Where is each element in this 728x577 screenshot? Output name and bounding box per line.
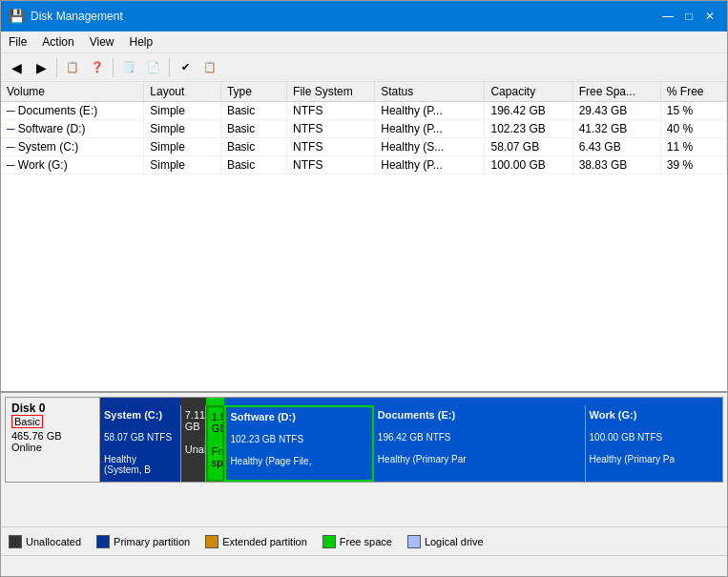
partition-unallocated[interactable]: 7.11 GBUnallocated	[181, 405, 206, 482]
disk-name: Disk 0	[11, 402, 94, 415]
color-bar-documents	[374, 398, 586, 405]
cell-volume: ─ System (C:)	[1, 138, 144, 156]
menu-bar: File Action View Help	[1, 31, 727, 53]
cell-fileSystem: NTFS	[287, 156, 375, 175]
partition-documents[interactable]: Documents (E:)196.42 GB NTFSHealthy (Pri…	[374, 405, 586, 482]
legend-label-extended: Extended partition	[222, 536, 307, 547]
cell-fileSystem: NTFS	[287, 102, 375, 120]
cell-layout: Simple	[144, 156, 221, 175]
cell-layout: Simple	[144, 138, 221, 156]
toolbar-btn-7[interactable]: ✔	[174, 56, 197, 79]
cell-type: Basic	[220, 138, 286, 156]
title-controls: — □ ✕	[658, 7, 719, 26]
col-type[interactable]: Type	[220, 82, 286, 102]
table-row[interactable]: ─ Documents (E:)SimpleBasicNTFSHealthy (…	[1, 102, 727, 120]
col-volume[interactable]: Volume	[1, 82, 144, 102]
legend-freespace: Free space	[322, 535, 392, 548]
color-bar	[100, 398, 722, 405]
menu-help[interactable]: Help	[122, 33, 161, 51]
menu-view[interactable]: View	[82, 33, 122, 51]
disk-type: Basic	[11, 415, 43, 428]
cell-fileSystem: NTFS	[287, 138, 375, 156]
toolbar-sep-1	[56, 58, 57, 77]
cell-type: Basic	[220, 102, 286, 120]
col-layout[interactable]: Layout	[144, 82, 221, 102]
menu-action[interactable]: Action	[34, 33, 81, 51]
cell-status: Healthy (S...	[375, 138, 485, 156]
cell-freeSpace: 29.43 GB	[572, 102, 660, 120]
partition-work[interactable]: Work (G:)100.00 GB NTFSHealthy (Primary …	[586, 405, 722, 482]
cell-volume: ─ Work (G:)	[1, 156, 144, 175]
cell-capacity: 196.42 GB	[485, 102, 572, 120]
cell-status: Healthy (P...	[375, 102, 485, 120]
back-button[interactable]: ◀	[5, 56, 28, 79]
col-status[interactable]: Status	[375, 82, 485, 102]
volumes-table: Volume Layout Type File System Status Ca…	[1, 82, 727, 175]
toolbar-btn-3[interactable]: 📋	[61, 56, 84, 79]
cell-capacity: 58.07 GB	[485, 138, 572, 156]
legend-label-logical: Logical drive	[425, 536, 484, 547]
disk-size: 465.76 GB	[11, 430, 94, 442]
cell-percentFree: 15 %	[660, 102, 726, 120]
legend-box-primary	[96, 535, 110, 548]
disk-section: Disk 0 Basic 465.76 GB Online System (C:…	[1, 393, 727, 526]
menu-file[interactable]: File	[1, 33, 34, 51]
cell-percentFree: 40 %	[660, 120, 726, 138]
cell-percentFree: 39 %	[660, 156, 726, 175]
legend-label-primary: Primary partition	[114, 536, 190, 547]
disk-0-row: Disk 0 Basic 465.76 GB Online System (C:…	[5, 397, 723, 483]
partition-system[interactable]: System (C:)58.07 GB NTFSHealthy (System,…	[100, 405, 181, 482]
toolbar: ◀ ▶ 📋 ❓ 🗒️ 📄 ✔ 📋	[1, 53, 727, 82]
col-freespace[interactable]: Free Spa...	[572, 82, 660, 102]
cell-freeSpace: 38.83 GB	[572, 156, 660, 175]
table-header-row: Volume Layout Type File System Status Ca…	[1, 82, 727, 102]
title-bar-left: 💾 Disk Management	[9, 9, 123, 24]
col-filesystem[interactable]: File System	[287, 82, 375, 102]
toolbar-btn-8[interactable]: 📋	[198, 56, 221, 79]
legend-box-unallocated	[9, 535, 22, 548]
legend-bar: Unallocated Primary partition Extended p…	[1, 526, 727, 555]
disk-label: Disk 0 Basic 465.76 GB Online	[5, 397, 100, 483]
window-title: Disk Management	[31, 10, 123, 23]
table-row[interactable]: ─ Software (D:)SimpleBasicNTFSHealthy (P…	[1, 120, 727, 138]
cell-percentFree: 11 %	[660, 138, 726, 156]
partitions-content: System (C:)58.07 GB NTFSHealthy (System,…	[100, 405, 722, 482]
title-bar: 💾 Disk Management — □ ✕	[1, 1, 727, 31]
table-row[interactable]: ─ Work (G:)SimpleBasicNTFSHealthy (P...1…	[1, 156, 727, 175]
legend-primary: Primary partition	[96, 535, 190, 548]
legend-label-freespace: Free space	[340, 536, 392, 547]
forward-button[interactable]: ▶	[30, 56, 52, 79]
cell-status: Healthy (P...	[375, 156, 485, 175]
toolbar-btn-6[interactable]: 📄	[142, 56, 165, 79]
main-window: 💾 Disk Management — □ ✕ File Action View…	[0, 0, 728, 577]
cell-volume: ─ Software (D:)	[1, 120, 144, 138]
legend-extended: Extended partition	[205, 535, 307, 548]
cell-capacity: 100.00 GB	[485, 156, 572, 175]
cell-volume: ─ Documents (E:)	[1, 102, 144, 120]
content-area: Volume Layout Type File System Status Ca…	[1, 82, 727, 555]
disk-status: Online	[11, 442, 94, 453]
legend-logical: Logical drive	[407, 535, 484, 548]
cell-status: Healthy (P...	[375, 120, 485, 138]
cell-type: Basic	[220, 120, 286, 138]
cell-capacity: 102.23 GB	[485, 120, 572, 138]
minimize-button[interactable]: —	[658, 7, 677, 26]
color-bar-work	[586, 398, 722, 405]
close-button[interactable]: ✕	[700, 7, 719, 26]
maximize-button[interactable]: □	[679, 7, 698, 26]
cell-layout: Simple	[144, 102, 221, 120]
legend-box-extended	[205, 535, 218, 548]
color-bar-system	[100, 398, 181, 405]
disk-partitions-wrapper: System (C:)58.07 GB NTFSHealthy (System,…	[100, 397, 723, 483]
partition-freespace[interactable]: 1.92 GBFree space	[206, 405, 225, 482]
table-row[interactable]: ─ System (C:)SimpleBasicNTFSHealthy (S..…	[1, 138, 727, 156]
col-capacity[interactable]: Capacity	[485, 82, 572, 102]
partition-software[interactable]: Software (D:)102.23 GB NTFSHealthy (Page…	[224, 405, 373, 482]
col-percentfree[interactable]: % Free	[660, 82, 726, 102]
legend-box-logical	[407, 535, 421, 548]
cell-fileSystem: NTFS	[287, 120, 375, 138]
toolbar-btn-5[interactable]: 🗒️	[117, 56, 140, 79]
help-button[interactable]: ❓	[86, 56, 109, 79]
legend-label-unallocated: Unallocated	[26, 536, 81, 547]
color-bar-unallocated	[181, 398, 206, 405]
